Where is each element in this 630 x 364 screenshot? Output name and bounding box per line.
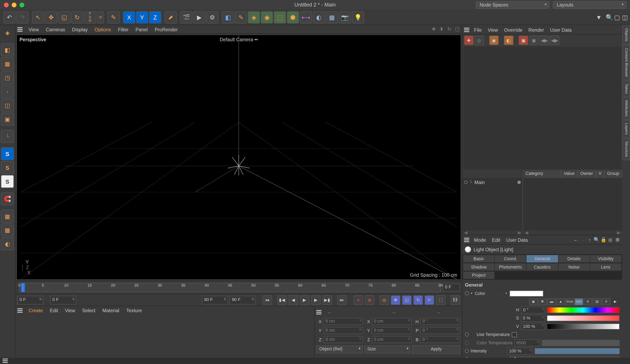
takes-tree[interactable]: └ Main xyxy=(462,178,523,230)
takes-col-value[interactable]: Value xyxy=(561,170,578,178)
type-select[interactable]: 💡 Omni xyxy=(509,356,620,358)
goto-start-button[interactable]: ⏮ xyxy=(262,295,272,305)
takes-col-owner[interactable]: Owner xyxy=(578,170,596,178)
coord-field[interactable]: 0 cm xyxy=(372,327,412,334)
take-bullet-icon[interactable] xyxy=(464,181,468,184)
goto-end-button[interactable]: ⏭ xyxy=(337,295,347,305)
expand-arrow-icon[interactable]: ▾ xyxy=(470,292,472,295)
intensity-slider[interactable] xyxy=(534,348,620,354)
color-spectrum-icon[interactable]: ▬ xyxy=(547,298,556,305)
deformer-button[interactable]: ◐ xyxy=(313,11,325,23)
coord-field[interactable]: 0 ° xyxy=(420,318,460,325)
obj-menu-render[interactable]: Render xyxy=(525,26,547,33)
prop-bullet[interactable] xyxy=(465,333,469,336)
workplane2-button[interactable]: ▦ xyxy=(1,210,14,223)
attr-tab-visibility[interactable]: Visibility xyxy=(590,255,621,262)
obj-menu-userdata[interactable]: User Data xyxy=(547,26,574,33)
snap3-button[interactable]: S xyxy=(1,175,14,188)
record-button[interactable]: ● xyxy=(354,295,363,305)
step-back-button[interactable]: ◀ xyxy=(288,295,298,305)
val-slider[interactable] xyxy=(547,323,620,330)
nodespaces-select[interactable]: Node Spaces xyxy=(476,1,549,8)
timeline-ruler[interactable]: 051015202530354045505560657075808590 xyxy=(19,283,441,292)
use-temp-checkbox[interactable] xyxy=(512,332,517,337)
take-new-icon[interactable]: ✚ xyxy=(464,35,474,45)
obj-menu-file[interactable]: File xyxy=(471,26,485,33)
coord-mode-select[interactable]: Object (Rel) xyxy=(316,346,362,353)
keyframe-sel-button[interactable]: ◎ xyxy=(380,295,389,305)
x-axis-button[interactable]: X xyxy=(123,11,135,23)
coord-field[interactable]: 0 cm xyxy=(372,336,412,343)
vp-nav-layout-icon[interactable]: ▢ xyxy=(454,26,460,32)
vp-nav-move-icon[interactable]: ✥ xyxy=(431,26,437,32)
coord-field[interactable]: 0 ° xyxy=(420,327,460,334)
mat-menu-edit[interactable]: Edit xyxy=(46,307,62,314)
search-icon[interactable]: 🔍 xyxy=(606,11,613,23)
coord-field[interactable]: 0 cm xyxy=(323,327,363,334)
attr-target-icon[interactable]: ◎ xyxy=(608,237,614,243)
vp-menu-filter[interactable]: Filter xyxy=(114,26,132,33)
rtab-content-browser[interactable]: Content Browser xyxy=(622,45,630,80)
rtab-layers[interactable]: Layers xyxy=(622,120,630,138)
range-end-field[interactable]: 90 F xyxy=(202,296,228,304)
z-axis-button[interactable]: Z xyxy=(149,11,161,23)
key-param-button[interactable]: P xyxy=(424,295,434,305)
coord-apply-button[interactable]: Apply xyxy=(412,345,460,354)
scale-tool-button[interactable]: ◱ xyxy=(58,11,70,23)
goto-key-prev-button[interactable]: ▮◀ xyxy=(278,295,287,305)
volume-button[interactable]: ⬢ xyxy=(287,11,299,23)
key-pla-button[interactable]: ⬚ xyxy=(436,295,446,305)
color-hsv-icon[interactable]: HSV xyxy=(574,298,583,305)
takes-col-v[interactable]: V xyxy=(596,170,604,178)
workplane-button[interactable]: ◳ xyxy=(1,71,14,84)
attr-search-icon[interactable]: 🔍 xyxy=(594,237,600,243)
light-button[interactable]: 💡 xyxy=(352,11,364,23)
coord-field[interactable]: 0 cm xyxy=(323,336,363,343)
intensity-field[interactable]: 100 % xyxy=(507,348,533,355)
attr-menu-edit[interactable]: Edit xyxy=(489,236,503,243)
take-autotake-icon[interactable]: ◎ xyxy=(474,35,484,45)
texture-mode-button[interactable]: ▦ xyxy=(1,57,14,70)
coord-field[interactable]: 0 ° xyxy=(420,336,460,343)
last-tool-button[interactable]: ✎ xyxy=(108,11,120,23)
attr-tab-coord[interactable]: Coord. xyxy=(495,255,526,262)
take-cam-icon[interactable]: ◐ xyxy=(504,35,514,45)
select-tool-button[interactable]: ↖ xyxy=(32,11,44,23)
filter-icon[interactable]: ▼ xyxy=(593,11,605,23)
render-pv-button[interactable]: ▶ xyxy=(193,11,206,23)
render-settings-button[interactable]: ⚙ xyxy=(206,11,218,23)
field-button[interactable]: ⟷ xyxy=(300,11,312,23)
sat-field[interactable]: 0 % xyxy=(521,315,545,322)
subdiv-button[interactable]: ◈ xyxy=(248,11,260,23)
rtab-attributes[interactable]: Attributes xyxy=(622,97,630,120)
color-image-icon[interactable]: ▲ xyxy=(556,298,565,305)
attr-tab-noise[interactable]: Noise xyxy=(558,263,590,271)
key-rot-button[interactable]: ↻ xyxy=(413,295,423,305)
axis-mode-button[interactable]: └ xyxy=(1,130,14,143)
status-menu-icon[interactable] xyxy=(3,359,8,363)
take-mark2-icon[interactable]: ◀▶ xyxy=(550,35,560,45)
camera-button[interactable]: 📷 xyxy=(339,11,351,23)
takes-col-category[interactable]: Category xyxy=(523,170,561,178)
project-end-field[interactable]: 90 F xyxy=(230,296,256,304)
undo-button[interactable]: ↶ xyxy=(4,11,16,23)
timeline-end-field[interactable]: 0 F xyxy=(443,283,460,291)
material-menu-icon[interactable] xyxy=(17,308,22,313)
hue-slider[interactable] xyxy=(547,307,620,313)
key-options-button[interactable]: 🎞 xyxy=(450,295,460,305)
take-render2-icon[interactable]: ▣ xyxy=(529,35,538,45)
attr-menu-userdata[interactable]: User Data xyxy=(503,236,530,243)
takes-col-group[interactable]: Group xyxy=(604,170,622,178)
rotate-tool-button[interactable]: ↻ xyxy=(71,11,83,23)
obj-menu-override[interactable]: Override xyxy=(501,26,525,33)
mat-menu-texture[interactable]: Texture xyxy=(123,307,145,314)
take-main-item[interactable]: Main xyxy=(474,180,485,185)
autokey-button[interactable]: ◉ xyxy=(365,295,374,305)
rtab-structure[interactable]: Structure xyxy=(622,138,630,160)
cube-button[interactable]: ◧ xyxy=(222,11,234,23)
color-rgb-icon[interactable]: RGB xyxy=(565,298,574,305)
mat-menu-material[interactable]: Material xyxy=(99,307,123,314)
rtab-takes[interactable]: Takes xyxy=(622,80,630,97)
objects-tree[interactable] xyxy=(463,47,621,169)
prop-bullet[interactable] xyxy=(465,292,469,295)
